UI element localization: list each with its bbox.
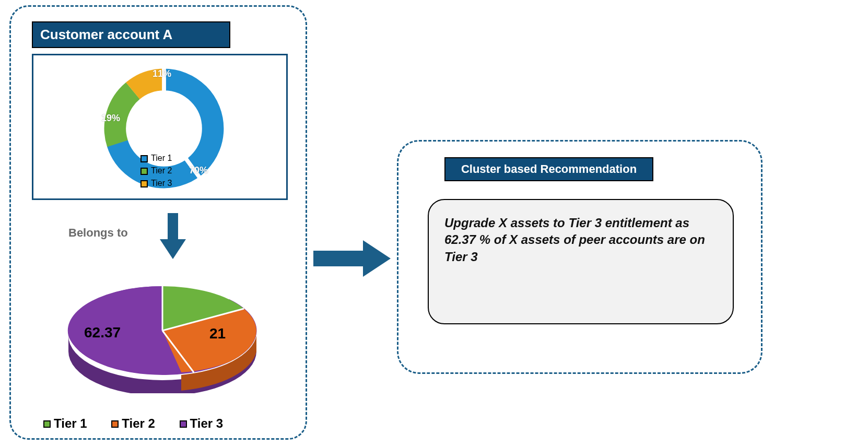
pie3d-legend-tier2-label: Tier 2 [122, 416, 155, 430]
donut-legend-tier2-label: Tier 2 [151, 166, 172, 175]
pie3d-label-tier3: 62.37 [84, 324, 121, 341]
pie3d-legend-tier2: Tier 2 [111, 416, 155, 431]
recommendation-box: Upgrade X assets to Tier 3 entitlement a… [428, 199, 734, 324]
pie3d-legend-tier1: Tier 1 [43, 416, 87, 431]
svg-marker-6 [160, 239, 186, 259]
donut-legend-tier1: Tier 1 [140, 152, 172, 165]
donut-label-tier3: 11% [153, 68, 171, 79]
recommendation-text: Upgrade X assets to Tier 3 entitlement a… [444, 215, 717, 265]
pie3d-legend-tier3-label: Tier 3 [190, 416, 224, 430]
belongs-to-label: Belongs to [68, 226, 128, 240]
arrow-right-icon [313, 235, 392, 282]
donut-legend-tier3-label: Tier 3 [151, 179, 172, 187]
donut-legend: Tier 1 Tier 2 Tier 3 [140, 152, 172, 190]
pie3d-label-tier2: 21 [209, 325, 226, 342]
svg-rect-10 [313, 251, 363, 266]
donut-legend-tier3: Tier 3 [140, 177, 172, 190]
donut-label-tier2: 19% [101, 113, 120, 124]
pie3d-legend-tier1-label: Tier 1 [54, 416, 87, 430]
svg-rect-5 [168, 213, 178, 239]
donut-label-tier1: 70% [189, 165, 208, 176]
recommendation-panel: Cluster based Recommendation Upgrade X a… [397, 140, 763, 374]
pie3d-legend: Tier 1 Tier 2 Tier 3 [43, 415, 244, 431]
recommendation-title: Cluster based Recommendation [444, 157, 653, 181]
customer-account-title: Customer account A [32, 21, 230, 48]
pie3d-legend-tier3: Tier 3 [180, 416, 224, 431]
svg-marker-11 [363, 240, 391, 277]
donut-chart-frame: 70% 19% 11% Tier 1 Tier 2 Tier 3 [32, 54, 288, 200]
donut-legend-tier1-label: Tier 1 [151, 154, 172, 162]
donut-legend-tier2: Tier 2 [140, 165, 172, 177]
pie3d-chart: 62.37 21 [48, 268, 277, 393]
arrow-down-icon [157, 213, 189, 260]
customer-account-panel: Customer account A 70% 19% 11% Tier 1 Ti [9, 5, 307, 440]
